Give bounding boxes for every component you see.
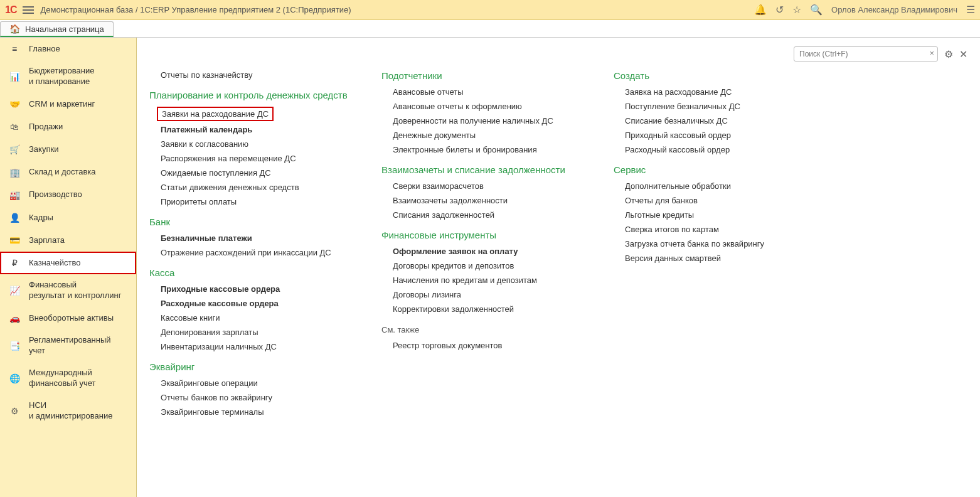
- sidebar-item[interactable]: ₽Казначейство: [0, 252, 136, 274]
- group-header[interactable]: Планирование и контроль денежных средств: [149, 90, 350, 100]
- nav-link[interactable]: Версия данных смартвей: [625, 254, 814, 263]
- sidebar-item[interactable]: 💳Зарплата: [0, 229, 136, 252]
- nav-link[interactable]: Авансовые отчеты к оформлению: [393, 102, 582, 111]
- nav-link[interactable]: Эквайринговые операции: [161, 378, 350, 388]
- nav-link[interactable]: Договоры кредитов и депозитов: [393, 261, 582, 270]
- nav-link[interactable]: Отражение расхождений при инкассации ДС: [161, 248, 350, 257]
- sidebar-item[interactable]: 👤Кадры: [0, 206, 136, 229]
- sidebar-icon: 📈: [9, 285, 20, 296]
- sidebar-item[interactable]: 🤝CRM и маркетинг: [0, 93, 136, 115]
- sidebar-item[interactable]: ⚙НСИ и администрирование: [0, 395, 136, 427]
- sidebar-icon: 🏭: [9, 190, 20, 201]
- sidebar-item[interactable]: 🛒Закупки: [0, 138, 136, 161]
- nav-link[interactable]: Ожидаемые поступления ДС: [161, 168, 350, 178]
- group-header[interactable]: Эквайринг: [149, 361, 350, 372]
- sidebar-item[interactable]: 🏭Производство: [0, 184, 136, 206]
- sidebar-icon: 📊: [9, 71, 20, 82]
- topbar: 1C Демонстрационная база / 1C:ERP Управл…: [0, 0, 980, 20]
- sidebar-item[interactable]: 🏢Склад и доставка: [0, 161, 136, 184]
- nav-link-highlighted[interactable]: Заявки на расходование ДС: [157, 107, 274, 121]
- nav-link[interactable]: Денежные документы: [393, 131, 582, 140]
- sidebar-icon: 📑: [9, 340, 20, 351]
- nav-link[interactable]: Статьи движения денежных средств: [161, 183, 350, 192]
- sidebar-icon: 🌐: [9, 373, 20, 384]
- gear-icon[interactable]: ⚙: [944, 48, 953, 60]
- nav-link[interactable]: Приходный кассовый ордер: [625, 131, 814, 140]
- group-header[interactable]: Создать: [614, 70, 814, 81]
- nav-link[interactable]: Кассовые книги: [161, 313, 350, 323]
- search-input[interactable]: [794, 46, 938, 61]
- nav-link[interactable]: Эквайринговые терминалы: [161, 407, 350, 417]
- nav-link[interactable]: Расходный кассовый ордер: [625, 145, 814, 154]
- nav-link[interactable]: Загрузка отчета банка по эквайрингу: [625, 239, 814, 248]
- group-header[interactable]: Финансовые инструменты: [381, 230, 582, 240]
- sidebar-item[interactable]: 🚗Внеоборотные активы: [0, 307, 136, 329]
- tab-label: Начальная страница: [25, 24, 104, 34]
- home-icon: 🏠: [9, 24, 20, 34]
- search-icon[interactable]: 🔍: [810, 4, 823, 16]
- sidebar-label: Бюджетирование и планирование: [29, 66, 127, 87]
- sidebar-label: Финансовый результат и контроллинг: [29, 280, 127, 301]
- nav-link[interactable]: Расходные кассовые ордера: [161, 299, 350, 308]
- nav-link[interactable]: Доверенности на получение наличных ДС: [393, 116, 582, 126]
- sidebar-icon: 🤝: [9, 99, 20, 110]
- nav-link[interactable]: Корректировки задолженностей: [393, 304, 582, 314]
- tab-start[interactable]: 🏠 Начальная страница: [0, 21, 114, 37]
- see-also-header: См. также: [381, 325, 582, 334]
- nav-link[interactable]: Платежный календарь: [161, 125, 350, 134]
- nav-link[interactable]: Электронные билеты и бронирования: [393, 145, 582, 154]
- filter-icon[interactable]: ☰: [966, 4, 975, 16]
- star-icon[interactable]: ☆: [792, 4, 801, 16]
- sidebar: ≡Главное📊Бюджетирование и планирование🤝C…: [0, 38, 137, 497]
- nav-link[interactable]: Льготные кредиты: [625, 210, 814, 220]
- nav-link[interactable]: Оформление заявок на оплату: [393, 247, 582, 256]
- sidebar-item[interactable]: 🌐Международный финансовый учет: [0, 362, 136, 395]
- nav-link[interactable]: Депонирования зарплаты: [161, 328, 350, 337]
- nav-link[interactable]: Реестр торговых документов: [393, 341, 582, 350]
- sidebar-label: Внеоборотные активы: [29, 313, 127, 324]
- nav-link[interactable]: Списание безналичных ДС: [625, 116, 814, 126]
- nav-link[interactable]: Заявки к согласованию: [161, 139, 350, 149]
- group-header[interactable]: Подотчетники: [381, 70, 582, 81]
- sidebar-icon: 💳: [9, 235, 20, 246]
- sidebar-item[interactable]: ≡Главное: [0, 38, 136, 60]
- sidebar-label: Главное: [29, 44, 127, 55]
- nav-link[interactable]: Приходные кассовые ордера: [161, 284, 350, 294]
- sidebar-item[interactable]: 📑Регламентированный учет: [0, 329, 136, 362]
- sidebar-item[interactable]: 🛍Продажи: [0, 115, 136, 138]
- group-header[interactable]: Банк: [149, 216, 350, 227]
- nav-link[interactable]: Начисления по кредитам и депозитам: [393, 275, 582, 285]
- sidebar-icon: 👤: [9, 212, 20, 223]
- group-header[interactable]: Взаимозачеты и списание задолженности: [381, 164, 582, 175]
- nav-link[interactable]: Сверки взаиморасчетов: [393, 181, 582, 191]
- sidebar-item[interactable]: 📊Бюджетирование и планирование: [0, 60, 136, 93]
- user-name[interactable]: Орлов Александр Владимирович: [831, 5, 957, 14]
- nav-link[interactable]: Сверка итогов по картам: [625, 225, 814, 234]
- nav-link[interactable]: Взаимозачеты задолженности: [393, 196, 582, 205]
- nav-link[interactable]: Инвентаризации наличных ДС: [161, 342, 350, 351]
- group-header[interactable]: Сервис: [614, 164, 814, 175]
- nav-link[interactable]: Авансовые отчеты: [393, 87, 582, 97]
- nav-link[interactable]: Приоритеты оплаты: [161, 197, 350, 206]
- sidebar-icon: ⚙: [9, 405, 20, 417]
- menu-icon[interactable]: [23, 6, 34, 14]
- nav-link[interactable]: Поступление безналичных ДС: [625, 102, 814, 111]
- nav-link[interactable]: Списания задолженностей: [393, 210, 582, 220]
- bell-icon[interactable]: 🔔: [754, 4, 767, 16]
- nav-link[interactable]: Договоры лизинга: [393, 290, 582, 299]
- nav-link[interactable]: Отчеты банков по эквайрингу: [161, 393, 350, 402]
- nav-link[interactable]: Заявка на расходование ДС: [625, 87, 814, 97]
- nav-link[interactable]: Отчеты по казначейству: [161, 70, 350, 80]
- history-icon[interactable]: ↺: [775, 4, 784, 16]
- nav-link[interactable]: Распоряжения на перемещение ДС: [161, 154, 350, 163]
- nav-link[interactable]: Отчеты для банков: [625, 196, 814, 205]
- group-header[interactable]: Касса: [149, 267, 350, 278]
- nav-link[interactable]: Безналичные платежи: [161, 233, 350, 243]
- close-icon[interactable]: ✕: [959, 48, 967, 60]
- col-3: СоздатьЗаявка на расходование ДСПоступле…: [614, 68, 814, 268]
- nav-link[interactable]: Дополнительные обработки: [625, 181, 814, 191]
- sidebar-icon: 🚗: [9, 313, 20, 324]
- sidebar-label: Кадры: [29, 213, 127, 223]
- clear-search-icon[interactable]: ×: [929, 48, 934, 58]
- sidebar-item[interactable]: 📈Финансовый результат и контроллинг: [0, 274, 136, 307]
